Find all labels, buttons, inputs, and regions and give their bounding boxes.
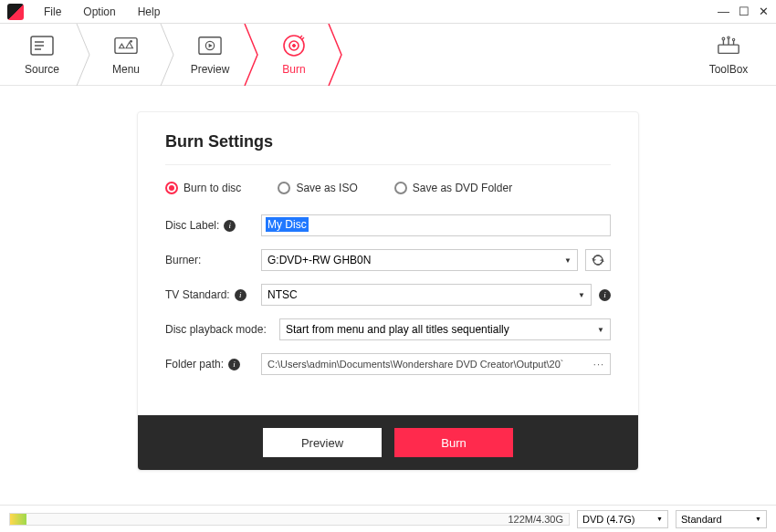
radio-burn-to-disc-label: Burn to disc: [184, 182, 241, 194]
nav-source[interactable]: Source: [0, 24, 84, 86]
toolbox-icon: [717, 34, 740, 57]
panel-title: Burn Settings: [165, 132, 611, 165]
nav-menu[interactable]: Menu: [84, 24, 168, 86]
radio-burn-to-disc[interactable]: Burn to disc: [165, 182, 241, 194]
chevron-down-icon: ▼: [597, 326, 604, 334]
nav-preview-label: Preview: [191, 63, 230, 76]
radio-icon: [278, 182, 290, 194]
nav-preview[interactable]: Preview: [168, 24, 252, 86]
svg-point-15: [722, 37, 725, 40]
output-type-radios: Burn to disc Save as ISO Save as DVD Fol…: [165, 182, 611, 194]
title-bar: File Option Help — ☐ ✕: [0, 0, 776, 24]
burn-button[interactable]: Burn: [394, 428, 513, 457]
nav-burn[interactable]: Burn: [252, 24, 336, 86]
disc-label-input[interactable]: My Disc: [261, 214, 611, 236]
nav-toolbox-label: ToolBox: [709, 63, 749, 76]
menu-icon: [114, 34, 138, 57]
nav-toolbox[interactable]: ToolBox: [687, 24, 771, 86]
radio-save-as-dvd-folder[interactable]: Save as DVD Folder: [394, 182, 512, 194]
radio-icon: [165, 182, 178, 194]
info-icon[interactable]: i: [224, 220, 236, 232]
source-icon: [30, 34, 54, 57]
svg-point-10: [293, 44, 296, 47]
preview-button[interactable]: Preview: [263, 428, 382, 457]
info-icon[interactable]: i: [228, 359, 240, 370]
app-logo-icon: [7, 4, 24, 20]
progress-fill: [10, 514, 26, 525]
radio-save-as-iso[interactable]: Save as ISO: [278, 182, 357, 194]
browse-icon: ···: [593, 359, 604, 370]
svg-point-17: [732, 38, 734, 40]
progress-text: 122M/4.30G: [508, 514, 563, 525]
info-icon[interactable]: i: [235, 289, 246, 301]
svg-rect-11: [718, 45, 739, 53]
disc-type-select[interactable]: DVD (4.7G) ▼: [577, 510, 668, 528]
menu-option[interactable]: Option: [72, 5, 126, 18]
burn-settings-panel: Burn Settings Burn to disc Save as ISO S…: [137, 111, 639, 471]
info-icon[interactable]: i: [599, 289, 611, 301]
status-bar: 122M/4.30G DVD (4.7G) ▼ Standard ▼: [0, 505, 776, 532]
playback-mode-label: Disc playback mode:: [165, 323, 279, 336]
chevron-down-icon: ▼: [656, 516, 663, 522]
burner-label: Burner:: [165, 254, 261, 266]
nav-source-label: Source: [25, 63, 59, 76]
chevron-down-icon: ▼: [564, 256, 572, 265]
nav-bar: Source Menu Preview Burn ToolBox: [0, 24, 776, 86]
tv-standard-select[interactable]: NTSC ▼: [261, 284, 592, 306]
radio-icon: [394, 182, 407, 194]
preview-icon: [198, 34, 222, 57]
svg-point-16: [728, 36, 729, 37]
refresh-button[interactable]: [585, 249, 611, 271]
svg-point-5: [130, 39, 132, 42]
disc-label-label: Disc Label: i: [165, 219, 261, 232]
svg-rect-4: [115, 37, 137, 53]
tv-standard-label: TV Standard: i: [165, 288, 261, 301]
menu-file[interactable]: File: [33, 5, 72, 18]
burner-select[interactable]: G:DVD+-RW GHB0N ▼: [261, 249, 578, 271]
nav-menu-label: Menu: [112, 63, 140, 76]
window-controls: — ☐ ✕: [718, 5, 769, 18]
panel-footer: Preview Burn: [138, 415, 638, 470]
burn-icon: [282, 34, 306, 57]
radio-save-as-dvd-folder-label: Save as DVD Folder: [413, 182, 512, 194]
chevron-down-icon: ▼: [755, 516, 761, 522]
refresh-icon: [592, 254, 604, 266]
maximize-icon[interactable]: ☐: [739, 5, 750, 18]
radio-save-as-iso-label: Save as ISO: [296, 182, 357, 194]
nav-burn-label: Burn: [282, 63, 305, 76]
folder-path-label: Folder path: i: [165, 358, 261, 370]
folder-path-input[interactable]: C:\Users\admin\Documents\Wondershare DVD…: [261, 353, 611, 375]
minimize-icon[interactable]: —: [718, 5, 729, 18]
disc-usage-bar: 122M/4.30G: [9, 513, 570, 526]
close-icon[interactable]: ✕: [759, 5, 769, 18]
chevron-down-icon: ▼: [578, 291, 585, 299]
quality-select[interactable]: Standard ▼: [676, 510, 767, 528]
main-area: Burn Settings Burn to disc Save as ISO S…: [0, 86, 776, 489]
playback-mode-select[interactable]: Start from menu and play all titles sequ…: [279, 318, 611, 340]
menu-help[interactable]: Help: [127, 5, 172, 18]
